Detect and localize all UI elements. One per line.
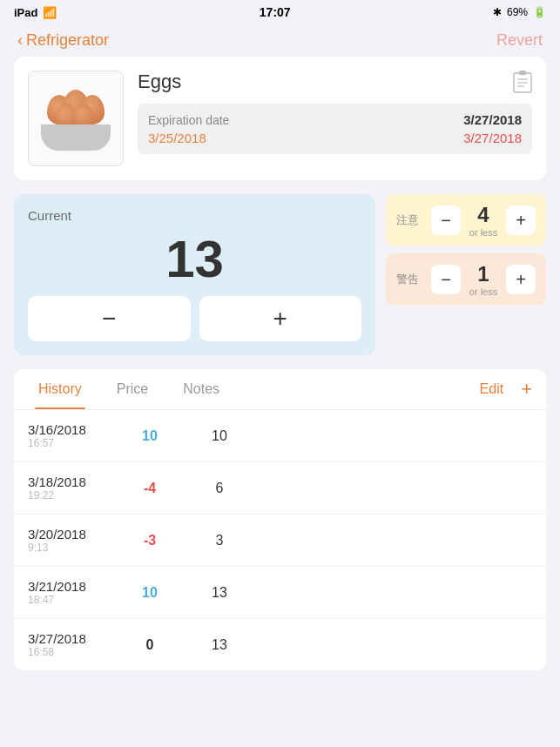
caution-increment-button[interactable]: + bbox=[506, 205, 536, 235]
tab-history[interactable]: History bbox=[21, 369, 99, 409]
row-date: 3/21/2018 18:47 bbox=[28, 579, 115, 606]
caution-label-col: 注意 bbox=[396, 212, 424, 228]
caution-controls: − 4 or less + bbox=[431, 203, 536, 238]
back-button[interactable]: ‹ Refrigerator bbox=[17, 31, 109, 50]
bluetooth-icon: ✱ bbox=[493, 6, 502, 18]
row-total: 13 bbox=[185, 585, 254, 601]
battery-percentage: 69% bbox=[507, 6, 528, 18]
date-main: 3/21/2018 bbox=[28, 579, 115, 594]
current-box: Current 13 − + bbox=[14, 194, 375, 355]
warning-sublabel: or less bbox=[466, 286, 501, 297]
expiry-table: Expiration date 3/27/2018 3/25/2018 3/27… bbox=[138, 104, 532, 154]
row-change: 0 bbox=[115, 637, 185, 653]
tab-notes[interactable]: Notes bbox=[165, 369, 237, 409]
tab-add-button[interactable]: + bbox=[514, 369, 539, 409]
date-main: 3/20/2018 bbox=[28, 527, 115, 542]
egg-illustration bbox=[37, 79, 115, 158]
item-info: Eggs Expiration date 3/27/2018 3/25/2018… bbox=[138, 71, 532, 154]
date-time: 19:22 bbox=[28, 489, 115, 501]
caution-decrement-button[interactable]: − bbox=[431, 205, 461, 235]
date-main: 3/27/2018 bbox=[28, 631, 115, 646]
caution-box: 注意 − 4 or less + bbox=[386, 194, 546, 246]
date-time: 18:47 bbox=[28, 594, 115, 606]
caution-sublabel: or less bbox=[466, 227, 501, 238]
item-name: Eggs bbox=[138, 71, 532, 93]
date-time: 16:57 bbox=[28, 437, 115, 449]
back-label: Refrigerator bbox=[26, 31, 109, 50]
current-label: Current bbox=[28, 208, 71, 223]
status-right: ✱ 69% 🔋 bbox=[493, 6, 546, 18]
tabs-header: History Price Notes Edit + bbox=[14, 369, 546, 410]
row-date: 3/20/2018 9:13 bbox=[28, 527, 115, 554]
table-row: 3/16/2018 16:57 10 10 bbox=[14, 410, 546, 462]
warning-label: 警告 bbox=[396, 272, 424, 287]
history-table: 3/16/2018 16:57 10 10 3/18/2018 19:22 -4… bbox=[14, 410, 546, 670]
status-bar: iPad 📶 17:07 ✱ 69% 🔋 bbox=[0, 0, 560, 24]
table-row: 3/18/2018 19:22 -4 6 bbox=[14, 462, 546, 515]
tabs-section: History Price Notes Edit + bbox=[14, 369, 546, 410]
row-date: 3/18/2018 19:22 bbox=[28, 474, 115, 501]
current-value: 13 bbox=[165, 233, 224, 286]
svg-rect-1 bbox=[519, 71, 526, 75]
warning-box: 警告 − 1 or less + bbox=[386, 253, 546, 306]
battery-icon: 🔋 bbox=[533, 6, 546, 18]
row-date: 3/27/2018 16:58 bbox=[28, 631, 115, 658]
expiry-dates-row: 3/25/2018 3/27/2018 bbox=[148, 129, 522, 147]
tab-price[interactable]: Price bbox=[99, 369, 165, 409]
current-increment-button[interactable]: + bbox=[199, 296, 362, 341]
row-change: 10 bbox=[115, 428, 185, 444]
warning-controls: − 1 or less + bbox=[431, 262, 536, 297]
row-total: 10 bbox=[185, 428, 254, 444]
expiry-label-row: Expiration date 3/27/2018 bbox=[148, 111, 522, 129]
caution-label: 注意 bbox=[396, 212, 424, 228]
warning-increment-button[interactable]: + bbox=[506, 265, 536, 294]
status-left: iPad 📶 bbox=[14, 6, 57, 19]
item-card: Eggs Expiration date 3/27/2018 3/25/2018… bbox=[14, 57, 546, 180]
row-change: 10 bbox=[115, 585, 185, 601]
wifi-icon: 📶 bbox=[43, 6, 57, 19]
row-date: 3/16/2018 16:57 bbox=[28, 422, 115, 449]
expiry-date-header: 3/27/2018 bbox=[463, 112, 522, 127]
row-change: -3 bbox=[115, 533, 185, 548]
status-time: 17:07 bbox=[260, 5, 291, 19]
item-image bbox=[28, 71, 124, 166]
row-total: 13 bbox=[185, 637, 254, 653]
row-total: 3 bbox=[185, 533, 254, 548]
date-main: 3/18/2018 bbox=[28, 474, 115, 489]
alerts-box: 注意 − 4 or less + 警告 − 1 or less bbox=[386, 194, 546, 355]
warning-decrement-button[interactable]: − bbox=[431, 265, 461, 294]
tray-base bbox=[41, 124, 111, 151]
device-label: iPad bbox=[14, 6, 37, 19]
expiry-label: Expiration date bbox=[148, 113, 229, 127]
current-decrement-button[interactable]: − bbox=[28, 296, 191, 341]
table-row: 3/27/2018 16:58 0 13 bbox=[14, 619, 546, 670]
nav-bar: ‹ Refrigerator Revert bbox=[0, 24, 560, 57]
caution-number-col: 4 or less bbox=[466, 203, 501, 238]
table-row: 3/21/2018 18:47 10 13 bbox=[14, 567, 546, 619]
date-time: 9:13 bbox=[28, 542, 115, 554]
counter-section: Current 13 − + 注意 − 4 or less + 警告 bbox=[14, 194, 546, 355]
current-btn-row: − + bbox=[28, 296, 361, 341]
date-time: 16:58 bbox=[28, 646, 115, 658]
item-added-date: 3/25/2018 bbox=[148, 131, 206, 145]
warning-value: 1 bbox=[466, 262, 501, 286]
caution-value: 4 bbox=[466, 203, 501, 227]
clipboard-icon[interactable] bbox=[513, 71, 532, 98]
warning-label-col: 警告 bbox=[396, 272, 424, 287]
row-change: -4 bbox=[115, 481, 185, 496]
item-expiry-date: 3/27/2018 bbox=[463, 131, 522, 145]
row-total: 6 bbox=[185, 481, 254, 496]
date-main: 3/16/2018 bbox=[28, 422, 115, 437]
tab-edit-button[interactable]: Edit bbox=[469, 369, 515, 409]
table-row: 3/20/2018 9:13 -3 3 bbox=[14, 515, 546, 567]
warning-number-col: 1 or less bbox=[466, 262, 501, 297]
revert-button[interactable]: Revert bbox=[496, 31, 543, 50]
back-chevron-icon: ‹ bbox=[17, 31, 23, 50]
